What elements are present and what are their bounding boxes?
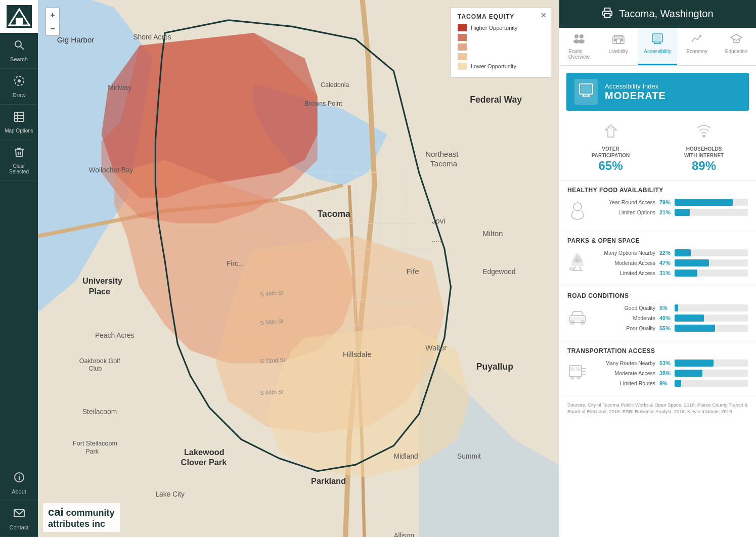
sections-container: HEALTHY FOOD AVAILABILITY Year-Round Acc… <box>559 181 756 396</box>
metric-households-internet: HOUSEHOLDS WITH INTERNET 89% <box>684 123 724 173</box>
svg-text:Midway: Midway <box>108 83 131 92</box>
tab-economy-label: Economy <box>686 49 707 54</box>
bar-fill <box>675 209 690 216</box>
sidebar-item-about[interactable]: About <box>0 465 38 501</box>
sidebar-item-clear-selected[interactable]: Clear Selected <box>0 140 38 181</box>
sidebar-item-map-options[interactable]: Map Options <box>0 105 38 140</box>
svg-text:Summit: Summit <box>457 452 481 460</box>
bar-track <box>675 249 748 256</box>
tab-nav: EquityOverview Livability <box>559 28 756 66</box>
tab-equity-label: EquityOverview <box>568 49 590 60</box>
svg-point-82 <box>579 39 585 43</box>
bar-pct: 9% <box>659 380 675 386</box>
svg-text:Midland: Midland <box>393 452 418 460</box>
bars-container: Good Quality 5% Moderate 40% Poor Qualit… <box>594 304 748 335</box>
svg-rect-111 <box>570 318 574 321</box>
svg-text:Oakbrook Golf: Oakbrook Golf <box>79 357 120 365</box>
bar-track <box>675 270 748 277</box>
map-area[interactable]: Shore Acres Midway Wollochet Bay Univers… <box>38 0 559 537</box>
svg-line-105 <box>580 266 582 271</box>
bar-label: Year-Round Access <box>594 199 659 205</box>
svg-rect-78 <box>605 14 610 17</box>
map-options-icon <box>13 111 25 126</box>
acc-index-value: MODERATE <box>605 90 666 102</box>
section-icon <box>567 251 588 275</box>
bar-row: Many Routes Nearby 53% <box>594 360 748 367</box>
bar-label: Moderate Access <box>594 370 659 376</box>
bar-fill <box>675 370 702 377</box>
legend-swatch-3 <box>458 43 467 51</box>
svg-text:Park: Park <box>85 448 99 455</box>
bar-row: Limited Options 21% <box>594 209 748 216</box>
svg-rect-115 <box>570 368 574 371</box>
bar-row: Year-Round Access 79% <box>594 199 748 206</box>
bar-pct: 22% <box>659 250 675 256</box>
voter-value: 65% <box>599 159 623 173</box>
internet-value: 89% <box>692 159 716 173</box>
legend-item: Lower Opportunity <box>458 63 544 70</box>
section-content: Good Quality 5% Moderate 40% Poor Qualit… <box>567 304 748 335</box>
sidebar-item-draw[interactable]: Draw <box>0 69 38 105</box>
svg-text:Place: Place <box>88 287 110 296</box>
svg-text:Peach Acres: Peach Acres <box>95 331 135 339</box>
bar-label: Many Options Nearby <box>594 250 659 256</box>
bar-fill <box>675 315 704 322</box>
internet-label: HOUSEHOLDS WITH INTERNET <box>684 146 724 159</box>
bar-pct: 79% <box>659 199 675 205</box>
bar-label: Moderate Access <box>594 260 659 266</box>
legend-swatch-5 <box>458 63 467 70</box>
bar-fill <box>675 360 714 367</box>
contact-icon <box>13 507 25 522</box>
svg-text:Gig Harbor: Gig Harbor <box>57 35 95 44</box>
zoom-in-button[interactable]: + <box>46 8 60 22</box>
bar-pct: 53% <box>659 360 675 366</box>
bar-label: Good Quality <box>594 305 659 311</box>
svg-text:Club: Club <box>88 365 102 372</box>
svg-text:Puyallup: Puyallup <box>476 362 514 372</box>
logo <box>0 0 38 33</box>
svg-text:Parkland: Parkland <box>311 476 346 485</box>
svg-point-99 <box>703 135 705 137</box>
sidebar-item-search[interactable]: Search <box>0 33 38 69</box>
voter-icon <box>602 123 619 143</box>
tab-education[interactable]: Education <box>717 28 756 65</box>
draw-icon <box>13 75 25 90</box>
legend-close-button[interactable]: ✕ <box>541 11 547 19</box>
svg-point-118 <box>577 376 580 379</box>
svg-point-6 <box>18 80 20 82</box>
bar-track <box>675 315 748 322</box>
sidebar-item-contact[interactable]: Contact <box>0 501 38 537</box>
bar-track <box>675 304 748 311</box>
svg-rect-85 <box>614 39 616 41</box>
svg-point-117 <box>571 376 574 379</box>
svg-rect-112 <box>575 318 580 321</box>
tab-accessibility-label: Accessibility <box>644 49 671 54</box>
bar-fill <box>675 325 715 332</box>
svg-rect-2 <box>16 18 23 25</box>
tab-accessibility[interactable]: Accessibility <box>638 28 678 65</box>
bar-fill <box>675 199 733 206</box>
section-parks-open-space: PARKS & OPEN SPACE Many Options Nearby 2… <box>559 231 756 286</box>
bar-label: Many Routes Nearby <box>594 360 659 366</box>
svg-text:Northeast: Northeast <box>425 150 459 158</box>
svg-point-13 <box>19 475 19 475</box>
tab-equity-overview[interactable]: EquityOverview <box>559 28 599 65</box>
bars-container: Year-Round Access 79% Limited Options 21… <box>594 199 748 219</box>
bar-row: Limited Access 31% <box>594 270 748 277</box>
svg-text:S 84th St: S 84th St <box>260 388 284 395</box>
tab-livability[interactable]: Livability <box>599 28 638 65</box>
equity-icon <box>572 33 586 47</box>
print-button[interactable] <box>602 7 613 21</box>
tab-economy[interactable]: Economy <box>677 28 717 65</box>
bar-label: Poor Quality <box>594 325 659 331</box>
zoom-out-button[interactable]: − <box>46 22 60 36</box>
metrics-row: VOTER PARTICIPATION 65% HOUSEHOLDS WITH … <box>559 116 756 181</box>
svg-text:Waller: Waller <box>425 343 447 352</box>
economy-icon <box>690 33 703 47</box>
svg-point-80 <box>580 34 584 38</box>
svg-point-100 <box>573 203 582 211</box>
sidebar: Search Draw Map Options <box>0 0 38 537</box>
section-icon <box>567 362 588 385</box>
section-content: Many Routes Nearby 53% Moderate Access 3… <box>567 360 748 390</box>
section-title: TRANSPORTATION ACCESS <box>567 347 748 354</box>
